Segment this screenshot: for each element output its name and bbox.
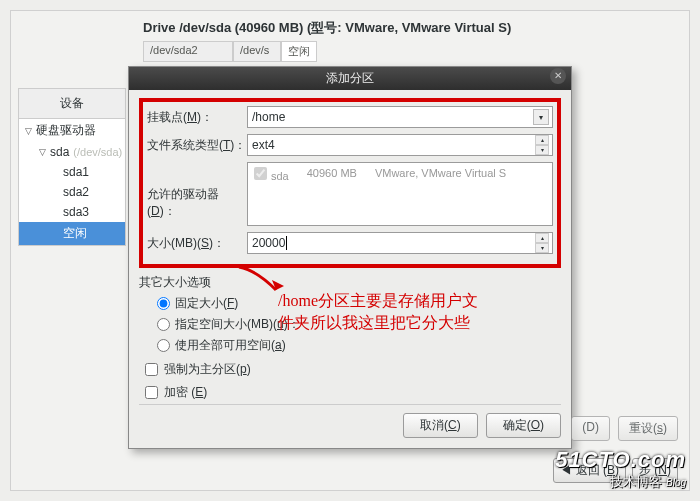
allowed-drives-label: 允许的驱动器(D)：	[147, 162, 247, 220]
highlight-box: 挂载点(M)： /home ▾ 文件系统类型(T)： ext4 ▴▾ 允许的驱动…	[139, 98, 561, 268]
chevron-down-icon[interactable]: ▾	[533, 109, 549, 125]
tree-part-sda3[interactable]: sda3	[19, 202, 125, 222]
reset-button[interactable]: 重设(s)	[618, 416, 678, 441]
allowed-drives-list[interactable]: sda 40960 MB VMware, VMware Virtual S	[247, 162, 553, 226]
drive-model: VMware, VMware Virtual S	[375, 167, 506, 221]
checkbox-input[interactable]	[145, 386, 158, 399]
checkbox-label: 强制为主分区(p)	[164, 361, 251, 378]
spinner-icon[interactable]: ▴▾	[535, 233, 549, 253]
tree-label: 硬盘驱动器	[36, 122, 96, 139]
dialog-title: 添加分区	[326, 71, 374, 85]
other-size-options-label: 其它大小选项	[139, 274, 561, 291]
size-input[interactable]: 20000 ▴▾	[247, 232, 553, 254]
size-value: 20000	[252, 236, 287, 251]
check-force-primary[interactable]: 强制为主分区(p)	[139, 358, 561, 381]
next-button[interactable]: 步 (N)	[632, 458, 678, 483]
tree-part-sda1[interactable]: sda1	[19, 162, 125, 182]
drive-title: Drive /dev/sda (40960 MB) (型号: VMware, V…	[143, 19, 677, 37]
size-label: 大小(MB)(S)：	[147, 235, 247, 252]
back-button[interactable]: ◀ 返回 (B)	[553, 458, 626, 483]
wizard-buttons: ◀ 返回 (B) 步 (N)	[553, 458, 678, 483]
ok-button[interactable]: 确定(O)	[486, 413, 561, 438]
radio-input[interactable]	[157, 297, 170, 310]
tree-part-sda2[interactable]: sda2	[19, 182, 125, 202]
drive-checkbox	[254, 167, 267, 180]
tree-free-space[interactable]: 空闲	[19, 222, 125, 245]
sidebar-header: 设备	[19, 89, 125, 119]
device-sidebar: 设备 ▽ 硬盘驱动器 ▽ sda (/dev/sda) sda1 sda2 sd…	[18, 88, 126, 246]
drive-col-2: /dev/s	[233, 41, 281, 62]
mount-point-value: /home	[252, 110, 285, 124]
checkbox-input[interactable]	[145, 363, 158, 376]
background-buttons: (D) 重设(s)	[571, 416, 678, 441]
radio-fill-all[interactable]: 使用全部可用空间(a)	[157, 335, 561, 356]
tree-disk-sda[interactable]: ▽ sda (/dev/sda)	[19, 142, 125, 162]
spinner-icon[interactable]: ▴▾	[535, 135, 549, 155]
drive-name: sda	[271, 170, 289, 182]
mount-point-label: 挂载点(M)：	[147, 109, 247, 126]
drive-size: 40960 MB	[307, 167, 357, 221]
chevron-down-icon: ▽	[39, 147, 46, 157]
tree-label-dim: (/dev/sda)	[73, 146, 122, 158]
checkbox-label: 加密 (E)	[164, 384, 207, 401]
fs-type-select[interactable]: ext4 ▴▾	[247, 134, 553, 156]
tree-hdd-root[interactable]: ▽ 硬盘驱动器	[19, 119, 125, 142]
radio-label: 固定大小(F)	[175, 295, 238, 312]
fs-type-label: 文件系统类型(T)：	[147, 137, 247, 154]
d-button[interactable]: (D)	[571, 416, 610, 441]
mount-point-select[interactable]: /home ▾	[247, 106, 553, 128]
drive-col-1: /dev/sda2	[143, 41, 233, 62]
tree-label: 空闲	[63, 225, 87, 242]
fs-type-value: ext4	[252, 138, 275, 152]
drive-col-3: 空闲	[281, 41, 317, 62]
tree-label: sda3	[63, 205, 89, 219]
cancel-button[interactable]: 取消(C)	[403, 413, 478, 438]
tree-label: sda1	[63, 165, 89, 179]
annotation-text: /home分区主要是存储用户文件夹所以我这里把它分大些	[278, 290, 483, 335]
radio-input[interactable]	[157, 339, 170, 352]
add-partition-dialog: 添加分区 ✕ 挂载点(M)： /home ▾ 文件系统类型(T)： ext4 ▴…	[128, 66, 572, 449]
tree-label: sda2	[63, 185, 89, 199]
radio-label: 使用全部可用空间(a)	[175, 337, 286, 354]
chevron-down-icon: ▽	[25, 126, 32, 136]
close-icon[interactable]: ✕	[550, 68, 566, 84]
check-encrypt[interactable]: 加密 (E)	[139, 381, 561, 404]
radio-input[interactable]	[157, 318, 170, 331]
drive-columns: /dev/sda2 /dev/s 空闲	[143, 41, 677, 62]
dialog-titlebar[interactable]: 添加分区 ✕	[129, 67, 571, 90]
tree-label: sda	[50, 145, 69, 159]
